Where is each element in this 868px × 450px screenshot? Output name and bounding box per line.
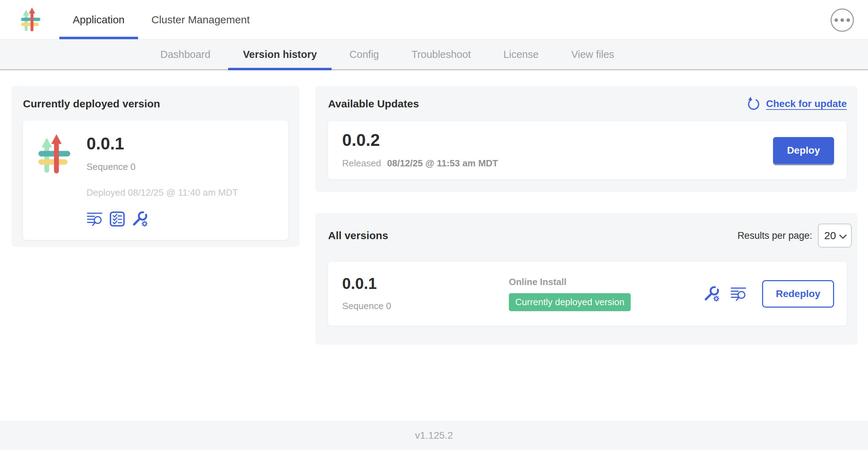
released-label: Released	[342, 158, 381, 168]
header-tab-cluster-management[interactable]: Cluster Management	[138, 0, 263, 39]
console-version: v1.125.2	[415, 430, 453, 441]
tab-view-files[interactable]: View files	[555, 40, 630, 69]
header-tabs: Application Cluster Management	[59, 0, 263, 39]
right-column: Available Updates Check for update 0.0.2…	[315, 86, 857, 421]
version-row: 0.0.1 Sequence 0 Online Install Currentl…	[328, 262, 847, 326]
main-content: Currently deployed version 0.0.1 Sequenc…	[0, 70, 868, 421]
preflight-checks-icon[interactable]	[109, 211, 125, 227]
app-logo	[0, 0, 59, 39]
all-versions-title: All versions	[328, 230, 388, 242]
available-updates-title: Available Updates	[328, 98, 419, 110]
tab-dashboard[interactable]: Dashboard	[144, 40, 227, 69]
deployed-version-actions	[87, 211, 238, 227]
ellipsis-icon[interactable]	[831, 8, 854, 32]
update-version-number: 0.0.2	[342, 132, 498, 149]
app-logo-icon	[36, 133, 72, 176]
deployed-timestamp: Deployed 08/12/25 @ 11:40 am MDT	[87, 187, 238, 198]
view-logs-icon[interactable]	[87, 211, 103, 227]
row-actions: Redeploy	[703, 280, 834, 308]
check-for-update-label: Check for update	[766, 98, 847, 109]
app-footer: v1.125.2	[0, 421, 868, 450]
available-update-row: 0.0.2 Released 08/12/25 @ 11:53 am MDT D…	[328, 121, 847, 179]
app-header: Application Cluster Management	[0, 0, 868, 40]
currently-deployed-card: Currently deployed version 0.0.1 Sequenc…	[12, 86, 299, 247]
redeploy-button[interactable]: Redeploy	[762, 280, 834, 308]
row-install-type: Online Install	[509, 277, 703, 288]
page: Application Cluster Management Dashboard…	[0, 0, 868, 450]
results-per-page-label: Results per page:	[737, 230, 812, 241]
all-versions-card: All versions Results per page: 20 0.0	[315, 213, 857, 345]
deployed-version-number: 0.0.1	[87, 135, 238, 152]
refresh-icon	[746, 96, 761, 111]
tab-version-history[interactable]: Version history	[227, 40, 333, 69]
tab-troubleshoot[interactable]: Troubleshoot	[395, 40, 487, 69]
header-tab-application[interactable]: Application	[59, 0, 138, 39]
available-updates-card: Available Updates Check for update 0.0.2…	[315, 86, 857, 192]
tab-config[interactable]: Config	[333, 40, 395, 69]
deployed-sequence: Sequence 0	[87, 161, 238, 172]
currently-deployed-version-panel: 0.0.1 Sequence 0 Deployed 08/12/25 @ 11:…	[23, 120, 288, 240]
currently-deployed-title: Currently deployed version	[23, 98, 288, 110]
currently-deployed-badge: Currently deployed version	[509, 293, 631, 311]
view-logs-icon[interactable]	[730, 286, 747, 302]
edit-config-icon[interactable]	[132, 211, 148, 227]
row-version-number: 0.0.1	[342, 276, 509, 291]
deploy-button[interactable]: Deploy	[773, 137, 834, 164]
app-logo-icon	[20, 6, 42, 33]
check-for-update-link[interactable]: Check for update	[746, 96, 847, 111]
tab-license[interactable]: License	[487, 40, 555, 69]
results-per-page-value: 20	[824, 230, 836, 242]
app-subnav: Dashboard Version history Config Trouble…	[0, 40, 868, 70]
row-sequence: Sequence 0	[342, 301, 509, 312]
results-per-page-select[interactable]: 20	[818, 224, 852, 248]
released-timestamp: 08/12/25 @ 11:53 am MDT	[387, 158, 498, 168]
chevron-down-icon	[839, 234, 847, 239]
edit-config-icon[interactable]	[703, 286, 720, 302]
